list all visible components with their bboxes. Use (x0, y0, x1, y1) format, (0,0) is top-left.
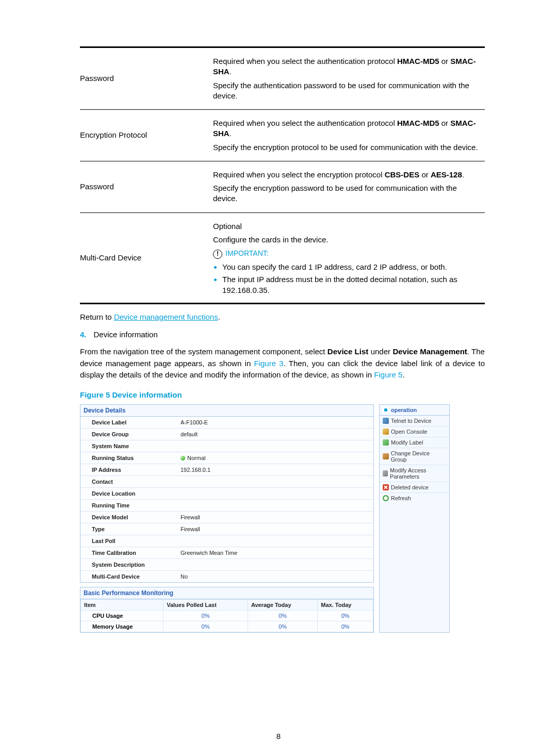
detail-value (177, 476, 373, 487)
bullet-list: You can specify the card 1 IP address, c… (213, 262, 481, 295)
console-icon (383, 429, 389, 435)
operation-header: operation (380, 405, 449, 416)
param-row: Multi-Card DeviceOptionalConfigure the c… (80, 212, 485, 303)
param-row: Encryption ProtocolRequired when you sel… (80, 110, 485, 161)
operation-item[interactable]: Modify Access Parameters (380, 465, 449, 482)
detail-label: Running Status (80, 452, 177, 464)
perf-row-label: CPU Usage (81, 610, 163, 621)
param-row: PasswordRequired when you select the enc… (80, 161, 485, 212)
perf-value: 0% (248, 621, 317, 632)
detail-label: Type (80, 523, 177, 535)
detail-label: Contact (80, 476, 177, 487)
step-device-info: 4. Device information (80, 330, 485, 339)
perf-col-header: Values Polled Last (163, 599, 248, 610)
detail-label: Device Group (80, 429, 177, 440)
param-row: PasswordRequired when you select the aut… (80, 47, 485, 110)
detail-label: IP Address (80, 464, 177, 475)
telnet-icon (383, 418, 389, 424)
operation-item[interactable]: Telnet to Device (380, 416, 449, 426)
detail-row: Running Time (80, 500, 373, 512)
operation-item[interactable]: Modify Label (380, 437, 449, 448)
perf-col-header: Average Today (248, 599, 317, 610)
detail-value: Greenwich Mean Time (177, 547, 373, 558)
detail-row: Last Poll (80, 535, 373, 547)
perf-value: 0% (163, 621, 248, 632)
figure-caption: Figure 5 Device information (80, 390, 485, 399)
perf-col-header: Max. Today (318, 599, 373, 610)
detail-label: System Name (80, 440, 177, 452)
page-number: 8 (0, 732, 557, 741)
detail-label: Device Model (80, 512, 177, 523)
detail-row: Contact (80, 476, 373, 488)
param-desc: Required when you select the authenticat… (213, 110, 485, 161)
status-dot-icon (181, 456, 185, 461)
perf-row: CPU Usage0%0%0% (81, 610, 373, 621)
detail-value: Firewall (177, 512, 373, 523)
detail-row: Running StatusNormal (80, 452, 373, 464)
perf-value: 0% (318, 610, 373, 621)
detail-value: Firewall (177, 523, 373, 535)
detail-row: Device Groupdefault (80, 429, 373, 440)
operation-label: Open Console (391, 429, 427, 435)
perf-header: Basic Performance Monitoring (80, 587, 373, 599)
return-link[interactable]: Device management functions (114, 313, 218, 321)
detail-label: Last Poll (80, 535, 177, 547)
group-icon (383, 453, 389, 459)
detail-row: Device ModelFirewall (80, 512, 373, 523)
operation-label: Modify Access Parameters (390, 467, 446, 480)
bullet-item: You can specify the card 1 IP address, c… (222, 262, 481, 272)
param-desc: OptionalConfigure the cards in the devic… (213, 212, 485, 303)
device-details-panel: Device Details Device LabelA-F1000-EDevi… (80, 404, 374, 583)
perf-table: ItemValues Polled LastAverage TodayMax. … (80, 599, 373, 632)
detail-row: Device LabelA-F1000-E (80, 417, 373, 429)
detail-label: Device Location (80, 488, 177, 499)
perf-value: 0% (163, 610, 248, 621)
perf-col-header: Item (81, 599, 163, 610)
detail-row: Time CalibrationGreenwich Mean Time (80, 547, 373, 559)
detail-value: default (177, 429, 373, 440)
detail-row: IP Address192.168.0.1 (80, 464, 373, 476)
return-line: Return to Device management functions. (80, 311, 485, 323)
detail-row: System Description (80, 559, 373, 571)
important-note: ! IMPORTANT: (213, 248, 481, 259)
detail-value (177, 559, 373, 570)
step-text: Device information (94, 330, 158, 339)
detail-value (177, 488, 373, 499)
param-desc: Required when you select the encryption … (213, 161, 485, 212)
operation-label: Refresh (391, 495, 411, 501)
operation-item[interactable]: Change Device Group (380, 448, 449, 465)
operation-item[interactable]: Deleted device (380, 482, 449, 493)
param-label: Encryption Protocol (80, 110, 213, 161)
detail-label: Running Time (80, 500, 177, 511)
detail-value: No (177, 571, 373, 582)
important-icon: ! (213, 250, 222, 259)
detail-row: Device Location (80, 488, 373, 500)
figure-screenshot: Device Details Device LabelA-F1000-EDevi… (80, 404, 485, 633)
operation-item[interactable]: Refresh (380, 493, 449, 503)
detail-label: Time Calibration (80, 547, 177, 558)
access-icon (383, 470, 388, 476)
detail-value: Normal (177, 452, 373, 464)
label-icon (383, 439, 389, 446)
detail-label: Multi-Card Device (80, 571, 177, 582)
perf-value: 0% (318, 621, 373, 632)
device-details-header: Device Details (80, 405, 373, 417)
perf-row-label: Memory Usage (81, 621, 163, 632)
operation-label: Telnet to Device (391, 418, 431, 424)
detail-row: Multi-Card DeviceNo (80, 571, 373, 582)
detail-value (177, 535, 373, 547)
operation-panel: operation Telnet to DeviceOpen ConsoleMo… (379, 404, 450, 633)
detail-value (177, 440, 373, 452)
detail-value: A-F1000-E (177, 417, 373, 428)
delete-icon (383, 484, 389, 490)
detail-label: Device Label (80, 417, 177, 428)
param-desc: Required when you select the authenticat… (213, 47, 485, 110)
detail-row: System Name (80, 440, 373, 452)
perf-value: 0% (248, 610, 317, 621)
operation-label: Deleted device (391, 484, 429, 490)
paragraph: From the navigation tree of the system m… (80, 346, 485, 381)
operation-label: Change Device Group (391, 450, 446, 463)
param-label: Multi-Card Device (80, 212, 213, 303)
operation-label: Modify Label (391, 439, 423, 446)
operation-item[interactable]: Open Console (380, 426, 449, 437)
